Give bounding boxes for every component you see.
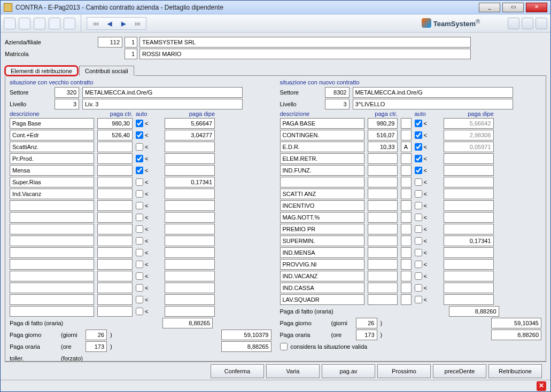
left-paga-input[interactable] <box>97 259 133 270</box>
left-desc-input[interactable] <box>10 236 94 246</box>
left-dipe-input[interactable] <box>165 130 215 140</box>
left-livello-name[interactable] <box>82 99 243 109</box>
right-dipe-input[interactable] <box>444 259 494 270</box>
right-paga-input[interactable] <box>368 118 398 129</box>
right-settore-code[interactable] <box>325 87 350 98</box>
right-paga-input[interactable] <box>368 212 398 223</box>
left-desc-input[interactable] <box>10 259 94 270</box>
left-desc-input[interactable] <box>10 306 94 317</box>
right-auto-checkbox[interactable] <box>415 167 422 174</box>
left-auto-checkbox[interactable] <box>136 261 143 268</box>
nav-prev-icon[interactable]: ◀ <box>105 19 114 28</box>
left-paga-input[interactable] <box>97 165 133 176</box>
right-auto-checkbox[interactable] <box>415 120 422 127</box>
left-desc-input[interactable] <box>10 271 94 281</box>
right-desc-input[interactable] <box>280 118 364 129</box>
retribuzione-button[interactable]: Retribuzione <box>488 364 542 378</box>
toolbar-btn-3[interactable] <box>34 18 45 29</box>
right-paga-input[interactable] <box>368 283 398 293</box>
left-auto-checkbox[interactable] <box>136 214 143 221</box>
right-desc-input[interactable] <box>280 271 364 281</box>
right-dipe-input[interactable] <box>444 236 494 246</box>
left-dipe-input[interactable] <box>165 200 215 211</box>
right-extra-input[interactable] <box>401 224 412 234</box>
left-paga-input[interactable] <box>97 247 133 258</box>
right-dipe-input[interactable] <box>444 247 494 258</box>
right-settore-name[interactable] <box>353 87 513 98</box>
left-auto-checkbox[interactable] <box>136 296 143 303</box>
nav-last-icon[interactable]: ⏭ <box>133 19 142 28</box>
right-auto-checkbox[interactable] <box>415 155 422 162</box>
right-auto-checkbox[interactable] <box>415 143 422 151</box>
pagav-button[interactable]: pag.av <box>322 364 375 378</box>
right-dipe-input[interactable] <box>444 224 494 234</box>
right-paga-input[interactable] <box>368 177 398 187</box>
right-dipe-input[interactable] <box>444 153 494 164</box>
left-dipe-input[interactable] <box>165 224 215 234</box>
right-pg-value[interactable] <box>491 318 541 328</box>
left-dipe-input[interactable] <box>165 165 215 176</box>
right-paga-input[interactable] <box>368 200 398 211</box>
right-dipe-input[interactable] <box>444 212 494 223</box>
right-paga-input[interactable] <box>368 153 398 164</box>
left-paga-input[interactable] <box>97 271 133 281</box>
right-desc-input[interactable] <box>280 259 364 270</box>
right-desc-input[interactable] <box>280 200 364 211</box>
right-desc-input[interactable] <box>280 165 364 176</box>
left-dipe-input[interactable] <box>165 271 215 281</box>
right-desc-input[interactable] <box>280 224 364 234</box>
right-desc-input[interactable] <box>280 283 364 293</box>
right-paga-input[interactable] <box>368 236 398 246</box>
right-paga-input[interactable] <box>368 294 398 305</box>
left-auto-checkbox[interactable] <box>136 249 143 256</box>
left-auto-checkbox[interactable] <box>136 308 143 315</box>
left-auto-checkbox[interactable] <box>136 143 143 151</box>
right-desc-input[interactable] <box>280 189 364 199</box>
right-extra-input[interactable] <box>401 283 412 293</box>
right-extra-input[interactable] <box>401 271 412 281</box>
right-desc-input[interactable] <box>280 236 364 246</box>
left-paga-input[interactable] <box>97 153 133 164</box>
left-paga-input[interactable] <box>97 189 133 199</box>
right-paga-input[interactable] <box>368 189 398 199</box>
right-extra-input[interactable] <box>401 142 412 152</box>
close-button[interactable]: ✕ <box>526 3 547 12</box>
left-desc-input[interactable] <box>10 294 94 305</box>
right-extra-input[interactable] <box>401 189 412 199</box>
left-auto-checkbox[interactable] <box>136 284 143 292</box>
right-desc-input[interactable] <box>280 177 364 187</box>
azienda-code-input[interactable] <box>98 37 122 48</box>
toolbar-right-3[interactable] <box>536 18 547 29</box>
nav-first-icon[interactable]: ⏮ <box>91 19 100 28</box>
right-extra-input[interactable] <box>401 177 412 187</box>
right-extra-input[interactable] <box>401 212 412 223</box>
left-auto-checkbox[interactable] <box>136 178 143 186</box>
left-paga-input[interactable] <box>97 236 133 246</box>
left-po-hours[interactable] <box>86 341 107 352</box>
right-auto-checkbox[interactable] <box>415 202 422 209</box>
right-dipe-input[interactable] <box>444 294 494 305</box>
left-desc-input[interactable] <box>10 165 94 176</box>
right-auto-checkbox[interactable] <box>415 214 422 221</box>
left-auto-checkbox[interactable] <box>136 131 143 139</box>
left-po-value[interactable] <box>221 341 271 352</box>
conferma-button[interactable]: Conferma <box>211 364 264 378</box>
left-auto-checkbox[interactable] <box>136 272 143 280</box>
toolbar-btn-1[interactable] <box>4 18 15 29</box>
right-desc-input[interactable] <box>280 212 364 223</box>
right-po-value[interactable] <box>491 330 541 340</box>
left-dipe-input[interactable] <box>165 142 215 152</box>
left-desc-input[interactable] <box>10 189 94 199</box>
left-dipe-input[interactable] <box>165 247 215 258</box>
prossimo-button[interactable]: Prossimo <box>377 364 431 378</box>
left-dipe-input[interactable] <box>165 236 215 246</box>
right-livello-code[interactable] <box>325 99 350 109</box>
nav-next-icon[interactable]: ▶ <box>119 19 128 28</box>
left-desc-input[interactable] <box>10 142 94 152</box>
varia-button[interactable]: Varia <box>266 364 320 378</box>
right-extra-input[interactable] <box>401 236 412 246</box>
left-desc-input[interactable] <box>10 177 94 187</box>
right-extra-input[interactable] <box>401 165 412 176</box>
left-dipe-input[interactable] <box>165 212 215 223</box>
tab-contributi-sociali[interactable]: Contributi sociali <box>79 66 134 76</box>
